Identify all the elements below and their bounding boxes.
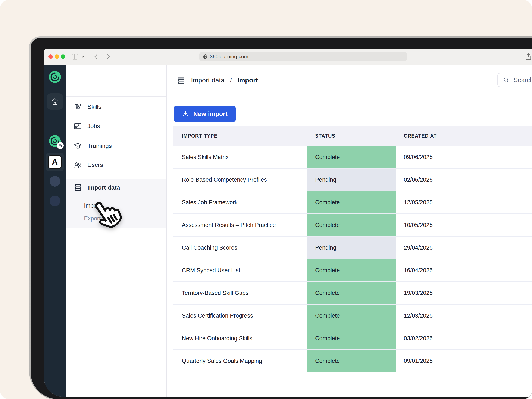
url-text: 360learning.com: [210, 54, 248, 60]
created-at-cell: 10/05/2025: [396, 214, 532, 236]
locked-workspace-avatar[interactable]: [49, 135, 61, 147]
new-import-button[interactable]: New import: [174, 106, 236, 122]
created-at-cell: 09/01/2025: [396, 350, 532, 372]
share-icon[interactable]: [525, 53, 532, 60]
table-row[interactable]: Call Coaching ScoresPending29/04/2025: [173, 236, 532, 259]
page-header: Import data / Import Search: [167, 65, 532, 96]
sidebar-toggle-icon[interactable]: [71, 53, 79, 60]
column-header-import-type: IMPORT TYPE: [173, 133, 307, 139]
close-window-button[interactable]: [49, 55, 53, 59]
chevron-down-icon[interactable]: [81, 54, 85, 59]
workspace-letter: A: [48, 155, 62, 169]
table-row[interactable]: Sales Certification ProgressComplete12/0…: [173, 304, 532, 327]
back-icon[interactable]: [93, 53, 100, 60]
created-at-cell: 12/05/2025: [396, 191, 532, 214]
table-row[interactable]: CRM Synced User ListComplete16/04/2025: [173, 259, 532, 281]
column-header-status: STATUS: [307, 133, 396, 139]
created-at-cell: 09/06/2025: [396, 146, 532, 168]
avatar-placeholder-2[interactable]: [50, 196, 60, 206]
sidebar-item-jobs[interactable]: Jobs: [66, 120, 166, 133]
home-nav-tile[interactable]: [47, 93, 63, 110]
server-stack-icon: [177, 76, 185, 85]
sidebar-item-users[interactable]: Users: [66, 158, 166, 171]
import-type-cell: Role-Based Competency Profiles: [173, 169, 307, 191]
sidebar-subitem-import[interactable]: Import: [66, 200, 166, 211]
books-icon: [74, 103, 82, 111]
created-at-cell: 19/03/2025: [396, 282, 532, 304]
import-type-cell: CRM Synced User List: [173, 259, 307, 281]
table-row[interactable]: Assessment Results – Pitch PracticeCompl…: [173, 214, 532, 236]
graduation-cap-icon: [74, 142, 82, 150]
search-input[interactable]: Search: [497, 73, 532, 87]
import-type-cell: Sales Job Framework: [173, 191, 307, 214]
import-type-cell: Sales Certification Progress: [173, 304, 307, 327]
sidebar-item-label: Trainings: [87, 143, 112, 149]
status-badge: Complete: [307, 304, 396, 327]
status-badge: Complete: [307, 350, 396, 372]
status-badge: Complete: [307, 191, 396, 214]
sidebar-item-skills[interactable]: Skills: [66, 101, 166, 113]
import-type-cell: New Hire Onboarding Skills: [173, 327, 307, 349]
import-type-cell: Sales Skills Matrix: [173, 146, 307, 168]
table-body: Sales Skills MatrixComplete09/06/2025Rol…: [173, 146, 532, 373]
window-controls[interactable]: [49, 55, 65, 59]
laptop-frame: 360learning.com: [31, 38, 532, 399]
status-badge: Pending: [307, 169, 396, 191]
workspace-tile[interactable]: A: [45, 152, 64, 171]
home-icon: [51, 97, 59, 106]
browser-toolbar: 360learning.com: [44, 49, 532, 65]
table-row[interactable]: New Hire Onboarding SkillsComplete03/02/…: [173, 327, 532, 349]
import-type-cell: Call Coaching Scores: [173, 237, 307, 259]
address-bar[interactable]: 360learning.com: [199, 52, 407, 61]
search-icon: [503, 77, 509, 83]
id-card-icon: [74, 122, 82, 130]
sidebar-item-label: Jobs: [87, 123, 100, 129]
table-row[interactable]: Sales Skills MatrixComplete09/06/2025: [173, 146, 532, 168]
table-header-row: IMPORT TYPE STATUS CREATED AT: [173, 126, 532, 146]
breadcrumb-current-page: Import: [237, 76, 258, 84]
org-logo[interactable]: [49, 70, 61, 83]
users-icon: [74, 161, 82, 169]
sidebar-item-trainings[interactable]: Trainings: [66, 139, 166, 152]
created-at-cell: 16/04/2025: [396, 259, 532, 281]
status-badge: Complete: [307, 282, 396, 304]
table-row[interactable]: Territory-Based Skill GapsComplete19/03/…: [173, 281, 532, 304]
app-page: A Skill: [44, 65, 532, 397]
browser-window: 360learning.com: [44, 49, 532, 397]
table-row[interactable]: Quarterly Sales Goals MappingComplete09/…: [173, 349, 532, 372]
status-badge: Pending: [307, 237, 396, 259]
main-content: Import data / Import Search: [167, 65, 532, 397]
sidebar-item-label: Skills: [87, 103, 101, 110]
server-stack-icon: [74, 183, 82, 192]
sidebar-item-label: Import data: [87, 184, 120, 191]
table-row[interactable]: Role-Based Competency ProfilesPending02/…: [173, 168, 532, 191]
zoom-window-button[interactable]: [61, 55, 65, 59]
status-badge: Complete: [307, 259, 396, 281]
sidebar-subitem-export[interactable]: Export: [66, 213, 166, 224]
status-badge: Complete: [307, 327, 396, 349]
imports-table: IMPORT TYPE STATUS CREATED AT Sales Skil…: [173, 126, 532, 373]
breadcrumb-section[interactable]: Import data: [191, 76, 225, 84]
lock-icon: [57, 142, 64, 149]
status-badge: Complete: [307, 146, 396, 168]
globe-icon: [203, 54, 208, 59]
status-badge: Complete: [307, 214, 396, 236]
forward-icon[interactable]: [104, 53, 112, 60]
minimize-window-button[interactable]: [55, 55, 59, 59]
sidebar-subitem-label: Export: [84, 215, 101, 222]
breadcrumb-separator: /: [230, 77, 232, 84]
app-icon-rail: A: [44, 65, 66, 397]
download-icon: [182, 110, 189, 118]
column-header-created-at: CREATED AT: [396, 133, 532, 139]
sidebar-item-label: Users: [87, 162, 103, 168]
table-row[interactable]: Sales Job FrameworkComplete12/05/2025: [173, 191, 532, 214]
avatar-placeholder-1[interactable]: [50, 176, 60, 187]
import-type-cell: Assessment Results – Pitch Practice: [173, 214, 307, 236]
search-placeholder: Search: [514, 76, 532, 83]
created-at-cell: 12/03/2025: [396, 304, 532, 327]
breadcrumb: Import data / Import: [177, 65, 258, 96]
sidebar: Skills Jobs: [66, 65, 167, 397]
created-at-cell: 29/04/2025: [396, 237, 532, 259]
new-import-label: New import: [193, 110, 228, 118]
sidebar-item-import-data[interactable]: Import data: [66, 181, 166, 194]
